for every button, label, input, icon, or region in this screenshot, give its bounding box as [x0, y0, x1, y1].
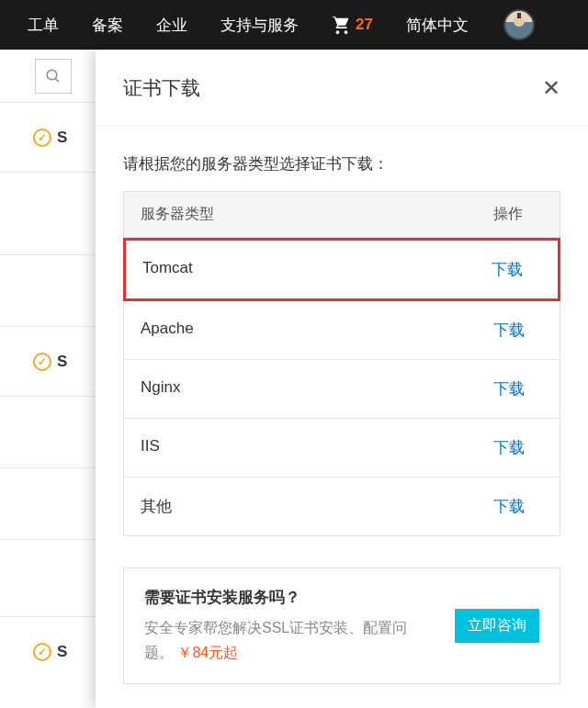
server-type: IIS — [124, 419, 477, 477]
server-type: Nginx — [124, 360, 477, 418]
install-service-promo: 需要证书安装服务吗？ 安全专家帮您解决SSL证书安装、配置问 题。 ￥84元起 … — [123, 568, 560, 684]
col-header-type: 服务器类型 — [124, 192, 477, 237]
bg-label: S — [57, 643, 67, 661]
instruction-text: 请根据您的服务器类型选择证书下载： — [123, 153, 560, 174]
promo-desc-line2: 题。 — [144, 645, 174, 660]
nav-ticket[interactable]: 工单 — [11, 0, 75, 50]
cart-count: 27 — [356, 16, 373, 34]
server-type: Tomcat — [126, 241, 475, 298]
check-badge-icon: ✓ — [33, 129, 51, 147]
check-badge-icon: ✓ — [33, 643, 51, 661]
panel-header: 证书下载 ✕ — [96, 50, 588, 126]
download-link[interactable]: 下载 — [477, 301, 560, 359]
nav-cart[interactable]: 27 — [315, 0, 390, 50]
nav-support[interactable]: 支持与服务 — [204, 0, 315, 50]
svg-point-0 — [47, 70, 57, 80]
table-header: 服务器类型 操作 — [124, 192, 560, 238]
nav-beian[interactable]: 备案 — [75, 0, 140, 50]
check-badge-icon: ✓ — [33, 353, 51, 371]
nav-enterprise[interactable]: 企业 — [140, 0, 204, 50]
download-table: 服务器类型 操作 Tomcat 下载 Apache 下载 Nginx 下载 II… — [123, 191, 560, 536]
search-button[interactable] — [35, 59, 72, 94]
certificate-download-panel: 证书下载 ✕ 请根据您的服务器类型选择证书下载： 服务器类型 操作 Tomcat… — [96, 50, 588, 708]
download-link[interactable]: 下载 — [477, 360, 560, 418]
table-row-iis: IIS 下载 — [124, 419, 560, 478]
download-link[interactable]: 下载 — [477, 478, 560, 535]
promo-desc-line1: 安全专家帮您解决SSL证书安装、配置问 — [144, 620, 407, 635]
top-navigation: 工单 备案 企业 支持与服务 27 简体中文 — [0, 0, 588, 50]
download-link[interactable]: 下载 — [477, 419, 560, 477]
cart-icon — [332, 16, 352, 34]
table-row-apache: Apache 下载 — [124, 301, 560, 360]
server-type: Apache — [124, 301, 477, 359]
svg-line-1 — [55, 78, 59, 82]
table-row-tomcat: Tomcat 下载 — [123, 238, 560, 301]
table-row-other: 其他 下载 — [124, 478, 560, 535]
consult-button[interactable]: 立即咨询 — [455, 609, 539, 643]
search-icon — [45, 68, 62, 84]
panel-body: 请根据您的服务器类型选择证书下载： 服务器类型 操作 Tomcat 下载 Apa… — [96, 126, 588, 708]
promo-title: 需要证书安装服务吗？ — [144, 587, 539, 608]
panel-title: 证书下载 — [123, 75, 200, 101]
download-link[interactable]: 下载 — [475, 241, 558, 298]
close-icon[interactable]: ✕ — [542, 75, 560, 101]
promo-price: ￥84元起 — [177, 645, 238, 660]
nav-language[interactable]: 简体中文 — [390, 0, 485, 50]
col-header-op: 操作 — [477, 192, 560, 237]
server-type: 其他 — [124, 478, 477, 535]
user-avatar[interactable] — [503, 9, 535, 40]
table-row-nginx: Nginx 下载 — [124, 360, 560, 419]
bg-label: S — [57, 353, 67, 371]
bg-label: S — [57, 129, 67, 147]
